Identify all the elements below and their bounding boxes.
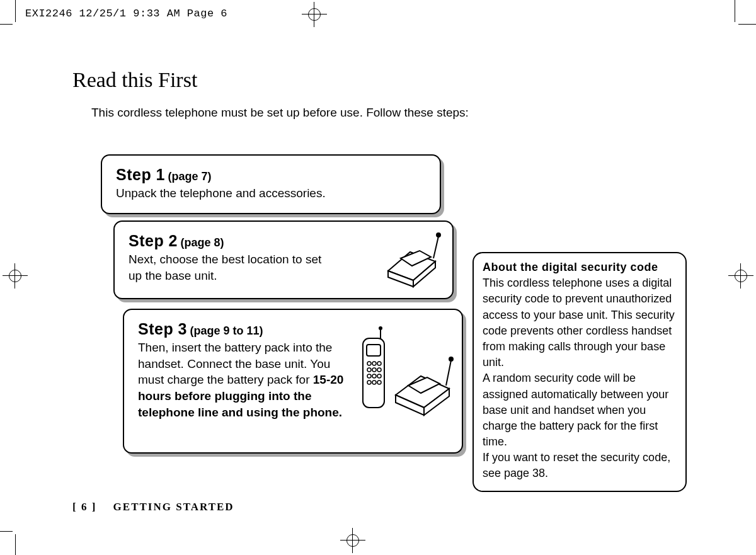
step-3-body-plain: Then, insert the battery pack into the h… [138, 341, 332, 386]
svg-point-17 [377, 380, 381, 384]
crop-mark [15, 534, 16, 555]
svg-point-10 [372, 368, 376, 372]
sidebar-paragraph-2: A random security code will be assigned … [483, 370, 677, 450]
page-title: Read this First [72, 68, 197, 92]
crop-mark [738, 24, 756, 25]
svg-point-14 [377, 374, 381, 378]
section-name: GETTING STARTED [113, 501, 234, 513]
handset-and-base-illustration-icon [352, 326, 455, 435]
page-footer: [ 6 ] GETTING STARTED [72, 501, 234, 513]
step-1-page-ref: (page 7) [168, 170, 211, 183]
step-3-page-ref: (page 9 to 11) [190, 324, 263, 337]
registration-mark-icon [340, 528, 365, 553]
step-2-page-ref: (page 8) [180, 236, 224, 249]
registration-mark-icon [3, 263, 28, 289]
svg-point-6 [367, 362, 371, 365]
crop-mark [15, 0, 16, 22]
page-root: EXI2246 12/25/1 9:33 AM Page 6 Read this… [0, 0, 756, 555]
print-header: EXI2246 12/25/1 9:33 AM Page 6 [25, 8, 227, 20]
step-2-box: Step 2 (page 8) Next, choose the best lo… [113, 220, 454, 299]
step-2-number: Step 2 [129, 232, 178, 249]
svg-rect-5 [367, 345, 381, 356]
crop-mark [735, 0, 735, 22]
svg-line-2 [446, 360, 451, 386]
svg-point-8 [377, 362, 381, 365]
step-3-number: Step 3 [138, 320, 187, 338]
sidebar-paragraph-3: If you want to reset the security code, … [483, 450, 677, 481]
svg-point-12 [367, 374, 371, 378]
svg-point-13 [372, 374, 376, 378]
sidebar-paragraph-1: This cordless telephone uses a digital s… [483, 275, 677, 370]
svg-point-9 [367, 368, 371, 372]
base-unit-illustration-icon [375, 227, 445, 295]
svg-point-7 [372, 362, 376, 365]
svg-line-0 [433, 236, 438, 258]
security-code-sidebar: About the digital security code This cor… [472, 252, 687, 492]
svg-point-15 [367, 380, 371, 384]
step-1-body: Unpack the telephone and accessories. [116, 185, 426, 202]
svg-point-1 [437, 233, 440, 237]
svg-point-16 [372, 380, 376, 384]
registration-mark-icon [728, 263, 753, 289]
svg-point-3 [449, 357, 453, 361]
page-number: [ 6 ] [72, 501, 96, 513]
step-3-body: Then, insert the battery pack into the h… [138, 340, 352, 420]
step-1-heading: Step 1 (page 7) [116, 166, 426, 184]
step-3-box: Step 3 (page 9 to 11) Then, insert the b… [123, 309, 463, 454]
sidebar-title: About the digital security code [483, 260, 677, 275]
step-1-box: Step 1 (page 7) Unpack the telephone and… [101, 154, 441, 214]
crop-mark [0, 24, 13, 25]
crop-mark [0, 531, 13, 532]
step-2-body: Next, choose the best location to set up… [129, 251, 330, 283]
svg-point-11 [377, 368, 381, 372]
intro-text: This cordless telephone must be set up b… [91, 106, 469, 120]
step-1-number: Step 1 [116, 166, 165, 183]
svg-point-19 [379, 327, 382, 329]
registration-mark-icon [302, 2, 327, 27]
